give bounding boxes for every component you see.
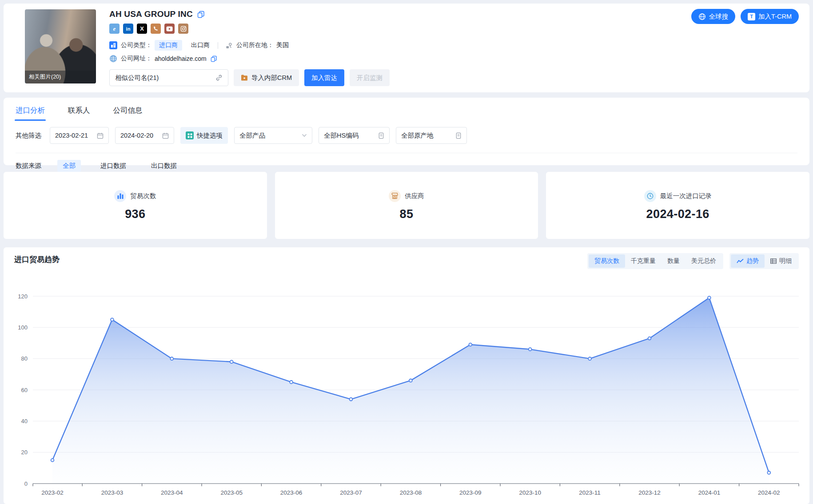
svg-text:60: 60 bbox=[21, 387, 28, 393]
copy-icon[interactable] bbox=[211, 56, 217, 62]
quick-options-label: 快捷选项 bbox=[197, 131, 223, 140]
hs-code-select[interactable]: 全部HS编码 bbox=[319, 127, 390, 144]
source-option-all[interactable]: 全部 bbox=[57, 160, 81, 172]
phone-icon[interactable] bbox=[151, 24, 161, 34]
analysis-card: 进口分析 联系人 公司信息 其他筛选 2023-02-21 2024-02-20 bbox=[4, 98, 809, 165]
explorer-icon[interactable]: e bbox=[109, 24, 120, 34]
trend-chart-card: 进口贸易趋势 贸易次数 千克重量 数量 美元总价 趋势 明 bbox=[4, 247, 809, 504]
tab-company-info[interactable]: 公司信息 bbox=[113, 106, 143, 121]
svg-text:2024-01: 2024-01 bbox=[698, 489, 721, 496]
shop-icon bbox=[389, 190, 401, 202]
table-icon bbox=[770, 258, 777, 264]
line-chart-icon bbox=[737, 258, 744, 264]
product-select[interactable]: 全部产品 bbox=[234, 127, 312, 144]
company-photo[interactable]: 相关图片(20) bbox=[25, 9, 96, 83]
svg-text:2023-02: 2023-02 bbox=[41, 489, 64, 496]
svg-text:2023-12: 2023-12 bbox=[638, 489, 661, 496]
bar-chart-icon bbox=[114, 190, 126, 202]
globe-icon bbox=[698, 13, 706, 20]
folder-icon bbox=[241, 75, 248, 81]
stat-value-suppliers: 85 bbox=[400, 207, 414, 221]
other-filters-label: 其他筛选 bbox=[16, 131, 41, 140]
add-tcrm-label: 加入T-CRM bbox=[758, 12, 792, 21]
add-radar-label: 加入雷达 bbox=[311, 74, 337, 82]
type-exporter-option[interactable]: 出口商 bbox=[191, 41, 210, 49]
link-icon bbox=[215, 74, 223, 81]
svg-text:2023-07: 2023-07 bbox=[340, 489, 362, 496]
similar-companies-label: 相似公司名(21) bbox=[115, 74, 159, 82]
metric-option-trades[interactable]: 贸易次数 bbox=[589, 254, 625, 268]
origin-select[interactable]: 全部原产地 bbox=[396, 127, 467, 144]
website-label: 公司网址： bbox=[121, 55, 152, 63]
metric-segment-group: 贸易次数 千克重量 数量 美元总价 bbox=[587, 253, 723, 269]
type-importer-chip[interactable]: 进口商 bbox=[155, 40, 182, 51]
svg-text:2023-10: 2023-10 bbox=[519, 489, 541, 496]
global-search-label: 全球搜 bbox=[709, 12, 729, 21]
date-from-value: 2023-02-21 bbox=[55, 132, 88, 139]
stat-card-trades: 贸易次数 936 bbox=[4, 172, 267, 239]
company-type-label: 公司类型： bbox=[121, 41, 152, 49]
x-icon[interactable]: X bbox=[137, 24, 147, 34]
stat-value-last-import: 2024-02-16 bbox=[646, 207, 709, 221]
view-segment-group: 趋势 明细 bbox=[729, 253, 799, 269]
tcrm-icon: T bbox=[748, 13, 755, 20]
product-select-value: 全部产品 bbox=[239, 131, 265, 140]
calendar-icon bbox=[97, 132, 104, 139]
origin-value: 全部原产地 bbox=[401, 131, 434, 140]
data-source-label: 数据来源 bbox=[16, 162, 41, 170]
linkedin-icon[interactable]: in bbox=[123, 24, 133, 34]
add-radar-button[interactable]: 加入雷达 bbox=[304, 69, 344, 86]
date-from-input[interactable]: 2023-02-21 bbox=[50, 127, 109, 144]
import-crm-button[interactable]: 导入内部CRM bbox=[234, 69, 299, 86]
related-images-label[interactable]: 相关图片(20) bbox=[25, 71, 96, 83]
svg-text:2024-02: 2024-02 bbox=[758, 489, 780, 496]
svg-text:2023-11: 2023-11 bbox=[579, 489, 601, 496]
view-option-trend[interactable]: 趋势 bbox=[731, 254, 765, 268]
location-label: 公司所在地： bbox=[236, 41, 274, 49]
metric-option-weight[interactable]: 千克重量 bbox=[625, 254, 662, 268]
globe-icon bbox=[109, 55, 117, 63]
start-monitor-button[interactable]: 开启监测 bbox=[350, 69, 390, 86]
metric-option-usd[interactable]: 美元总价 bbox=[685, 254, 722, 268]
import-crm-label: 导入内部CRM bbox=[251, 74, 292, 82]
company-type-icon bbox=[109, 41, 117, 49]
calendar-icon bbox=[162, 132, 169, 139]
svg-text:100: 100 bbox=[18, 324, 28, 331]
stat-card-suppliers: 供应商 85 bbox=[275, 172, 538, 239]
stats-row: 贸易次数 936 供应商 85 最近一次进口记录 2024-02-16 bbox=[4, 172, 809, 239]
svg-text:120: 120 bbox=[18, 293, 28, 300]
svg-text:2023-05: 2023-05 bbox=[220, 489, 243, 496]
svg-text:2023-06: 2023-06 bbox=[280, 489, 303, 496]
instagram-icon[interactable] bbox=[178, 24, 188, 34]
view-trend-label: 趋势 bbox=[746, 257, 759, 265]
youtube-icon[interactable] bbox=[164, 24, 175, 34]
copy-icon[interactable] bbox=[197, 11, 205, 18]
global-search-button[interactable]: 全球搜 bbox=[691, 9, 736, 24]
social-links: e in X bbox=[109, 24, 390, 34]
chevron-down-icon bbox=[302, 134, 307, 137]
date-to-input[interactable]: 2024-02-20 bbox=[115, 127, 174, 144]
tab-contacts[interactable]: 联系人 bbox=[68, 106, 90, 121]
svg-text:20: 20 bbox=[21, 449, 28, 456]
tab-import-analysis[interactable]: 进口分析 bbox=[16, 106, 45, 121]
source-option-import[interactable]: 进口数据 bbox=[100, 162, 126, 170]
stat-label: 最近一次进口记录 bbox=[660, 192, 712, 200]
svg-text:0: 0 bbox=[24, 480, 28, 487]
location-icon bbox=[225, 42, 233, 49]
trend-area-chart[interactable]: 0204060801001202023-022023-032023-042023… bbox=[11, 281, 806, 503]
svg-text:2023-03: 2023-03 bbox=[101, 489, 124, 496]
website-value[interactable]: aholddelhaize.com bbox=[155, 55, 207, 62]
company-header-card: 相关图片(20) AH USA GROUP INC e in X bbox=[4, 4, 809, 92]
quick-options-button[interactable]: 快捷选项 bbox=[180, 127, 228, 144]
view-option-detail[interactable]: 明细 bbox=[765, 254, 797, 268]
svg-text:2023-09: 2023-09 bbox=[459, 489, 482, 496]
metric-option-quantity[interactable]: 数量 bbox=[662, 254, 685, 268]
add-tcrm-button[interactable]: T 加入T-CRM bbox=[741, 9, 799, 24]
stat-value-trades: 936 bbox=[125, 207, 145, 221]
svg-text:40: 40 bbox=[21, 418, 28, 425]
location-value: 美国 bbox=[276, 41, 289, 49]
hs-code-value: 全部HS编码 bbox=[324, 131, 359, 140]
similar-companies-box[interactable]: 相似公司名(21) bbox=[109, 69, 228, 86]
divider bbox=[218, 42, 218, 49]
source-option-export[interactable]: 出口数据 bbox=[151, 162, 177, 170]
